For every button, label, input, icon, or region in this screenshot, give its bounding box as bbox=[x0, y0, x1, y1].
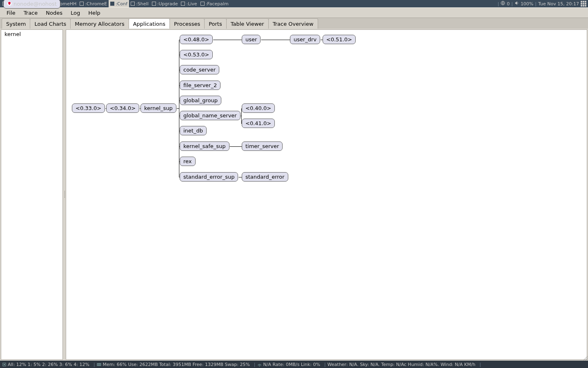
menu-trace[interactable]: Trace bbox=[20, 9, 42, 17]
process-node[interactable]: code_server bbox=[180, 65, 219, 74]
workspace-label: :Shell bbox=[136, 1, 149, 7]
node-name: nonode@nohost bbox=[13, 1, 57, 7]
process-node[interactable]: global_group bbox=[180, 96, 221, 105]
process-node[interactable]: kernel_safe_sup bbox=[180, 141, 229, 151]
erlang-icon bbox=[7, 1, 12, 6]
workspace-box-icon bbox=[131, 2, 135, 6]
workspace-box-icon bbox=[80, 2, 84, 6]
tab-table-viewer[interactable]: Table Viewer bbox=[226, 18, 269, 29]
memory-status: Mem: 66% Use: 2622MB Total: 3951MB Free:… bbox=[103, 362, 250, 367]
process-node[interactable]: global_name_server bbox=[180, 111, 241, 120]
process-node[interactable]: user bbox=[242, 35, 261, 44]
workspace-label: :ChromeE bbox=[85, 1, 107, 7]
workspace-live[interactable]: :Live bbox=[179, 0, 198, 7]
tab-memory-allocators[interactable]: Memory Allocators bbox=[70, 18, 129, 29]
tab-bar: SystemLoad ChartsMemory AllocatorsApplic… bbox=[0, 18, 588, 29]
process-node[interactable]: <0.51.0> bbox=[323, 35, 356, 44]
workspace-label: :Facepalm bbox=[206, 1, 229, 7]
workspace-box-icon bbox=[152, 2, 156, 6]
workspace-grid-icon[interactable] bbox=[581, 1, 586, 7]
tab-system[interactable]: System bbox=[2, 18, 30, 29]
menu-help[interactable]: Help bbox=[84, 9, 105, 17]
memory-icon bbox=[97, 362, 102, 367]
workspace-label: :Live bbox=[186, 1, 197, 7]
volume-icon[interactable] bbox=[514, 1, 519, 7]
process-node[interactable]: inet_db bbox=[180, 126, 207, 135]
workspace-box-icon bbox=[110, 2, 114, 6]
workspace-upgrade[interactable]: :Upgrade bbox=[150, 0, 180, 7]
weather-status: Weather: N/A. Sky: N/A. Temp: N/Ac Humid… bbox=[327, 362, 475, 367]
erlang-node-indicator: nonode@nohost bbox=[3, 0, 60, 9]
svg-point-37 bbox=[259, 366, 260, 366]
workspace-facepalm[interactable]: :Facepalm bbox=[199, 0, 230, 7]
process-node[interactable]: <0.34.0> bbox=[106, 103, 139, 113]
process-tree-canvas[interactable]: <0.33.0><0.34.0>kernel_sup<0.48.0>userus… bbox=[66, 29, 587, 360]
workspace-label: :Conf bbox=[116, 1, 127, 7]
process-node[interactable]: <0.53.0> bbox=[180, 50, 213, 59]
resize-grip-icon[interactable] bbox=[582, 355, 588, 361]
cpu-status: All: 12% 1: 5% 2: 26% 3: 6% 4: 12% bbox=[8, 362, 89, 367]
app-list-item[interactable]: kernel bbox=[1, 30, 62, 38]
menu-file[interactable]: File bbox=[2, 9, 20, 17]
menu-nodes[interactable]: Nodes bbox=[42, 9, 67, 17]
workspace-conf[interactable]: :Conf bbox=[109, 0, 129, 7]
process-node[interactable]: <0.41.0> bbox=[242, 119, 275, 128]
process-node[interactable]: user_drv bbox=[290, 35, 320, 44]
process-node[interactable]: file_server_2 bbox=[180, 81, 220, 90]
workspace-label: :Upgrade bbox=[157, 1, 178, 7]
application-list[interactable]: kernel bbox=[1, 29, 63, 360]
tab-ports[interactable]: Ports bbox=[204, 18, 227, 29]
network-status: N/A Rate: 0MB/s Link: 0% bbox=[263, 362, 321, 367]
menu-bar: FileTraceNodesLogHelp bbox=[0, 7, 588, 18]
menu-log[interactable]: Log bbox=[67, 9, 84, 17]
svg-rect-31 bbox=[4, 364, 5, 365]
process-node[interactable]: rex bbox=[180, 157, 196, 166]
tab-applications[interactable]: Applications bbox=[129, 18, 170, 29]
workspace-shell[interactable]: :Shell bbox=[129, 0, 150, 7]
notification-count: 0 bbox=[507, 1, 510, 7]
cpu-icon bbox=[2, 362, 7, 367]
svg-line-29 bbox=[587, 359, 588, 360]
main-panel: kernel ······ <0.33.0><0.34.0>kernel_sup… bbox=[0, 29, 588, 361]
tab-load-charts[interactable]: Load Charts bbox=[30, 18, 71, 29]
process-node[interactable]: <0.33.0> bbox=[72, 103, 105, 113]
status-bar: All: 12% 1: 5% 2: 26% 3: 6% 4: 12% | Mem… bbox=[0, 361, 588, 368]
tab-processes[interactable]: Processes bbox=[169, 18, 205, 29]
process-node[interactable]: timer_server bbox=[242, 141, 283, 151]
system-tray: | 0 | 100% | Tue Nov 15, 20:17 bbox=[497, 1, 587, 7]
globe-icon bbox=[501, 1, 505, 7]
clock: Tue Nov 15, 20:17 bbox=[538, 1, 579, 7]
system-bar: :Code:Book:ChromeHH:ChromeE:Conf:Shell:U… bbox=[0, 0, 588, 7]
process-node[interactable]: <0.48.0> bbox=[180, 35, 213, 44]
network-icon bbox=[257, 362, 262, 367]
process-node[interactable]: <0.40.0> bbox=[242, 103, 275, 113]
workspace-box-icon bbox=[200, 2, 205, 6]
workspace-box-icon bbox=[181, 2, 185, 6]
process-node[interactable]: standard_error_sup bbox=[180, 172, 238, 182]
process-node[interactable]: standard_error bbox=[242, 172, 288, 182]
workspace-chromee[interactable]: :ChromeE bbox=[78, 0, 109, 7]
tab-trace-overview[interactable]: Trace Overview bbox=[268, 18, 318, 29]
process-node[interactable]: kernel_sup bbox=[140, 103, 176, 113]
volume-percent: 100% bbox=[521, 1, 533, 7]
